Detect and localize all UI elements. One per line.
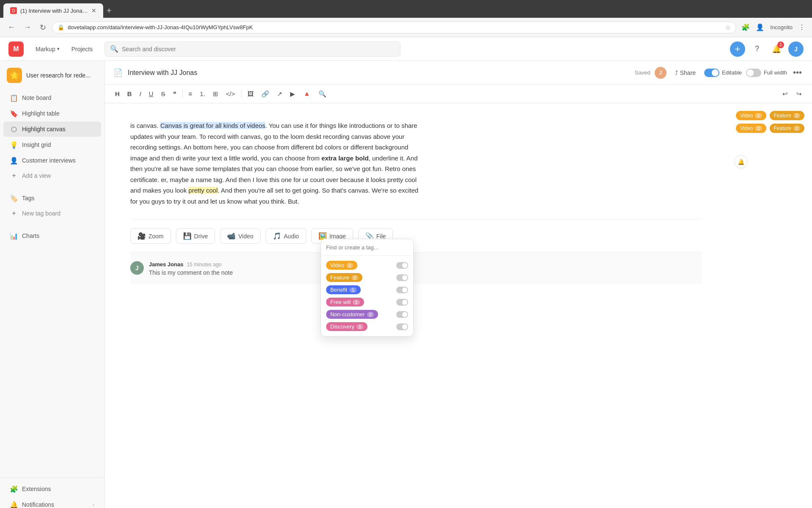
new-tab-btn[interactable]: + [107, 3, 112, 18]
right-panel-pill[interactable]: Feature 2 [770, 111, 804, 120]
sidebar-item-note-board[interactable]: 📋 Note board [3, 90, 101, 105]
bold-btn[interactable]: B [124, 88, 135, 100]
insight-grid-label: Insight grid [22, 141, 94, 148]
highlight-canvas-icon: ⬡ [10, 125, 18, 133]
extensions-icon[interactable]: 🧩 [740, 22, 752, 33]
strikethrough-btn[interactable]: S [158, 88, 169, 100]
user-avatar[interactable]: J [788, 41, 804, 57]
help-btn[interactable]: ? [749, 41, 765, 57]
tab-close-btn[interactable]: ✕ [91, 7, 96, 14]
project-icon: 🌟 [7, 68, 22, 83]
notifications-chevron-icon: › [93, 502, 94, 508]
back-btn[interactable]: ← [5, 21, 18, 33]
comment-text: This is my comment on the note [149, 269, 702, 276]
table-btn[interactable]: ⊞ [209, 88, 222, 100]
sidebar-item-charts[interactable]: 📊 Charts [3, 228, 101, 243]
editor[interactable]: is canvas. Canvas is great for all kinds… [105, 103, 727, 508]
sidebar-item-notifications[interactable]: 🔔 Notifications › [3, 497, 101, 508]
doc-icon: 📄 [113, 68, 123, 77]
search-container: 🔍 [104, 41, 401, 57]
tag-item[interactable]: Video 2 [324, 259, 410, 271]
markup-chevron-icon: ▾ [57, 46, 60, 52]
full-width-toggle[interactable] [746, 69, 761, 77]
italic-btn[interactable]: I [136, 88, 145, 100]
tag-item[interactable]: Benefit 1 [324, 284, 410, 296]
profile-icon[interactable]: 👤 [754, 22, 766, 33]
app-nav: Markup ▾ Projects [30, 43, 98, 55]
editor-text: is canvas. Canvas is great for all kinds… [130, 120, 426, 207]
share-btn[interactable]: ⤴ Share [671, 67, 700, 78]
sidebar-item-extensions[interactable]: 🧩 Extensions [3, 481, 101, 497]
search-input[interactable] [122, 46, 395, 52]
underline-btn[interactable]: U [145, 88, 157, 100]
tag-item[interactable]: Free will 1 [324, 296, 410, 308]
sidebar-item-highlight-table[interactable]: 🔖 Highlight table [3, 106, 101, 121]
search-doc-btn[interactable]: 🔍 [315, 88, 330, 100]
tag-toggle[interactable] [396, 274, 408, 281]
full-width-label: Full width [764, 69, 787, 76]
comment-header: James Jonas 15 minutes ago [149, 261, 702, 268]
add-view-btn[interactable]: + Add a view [3, 168, 101, 183]
tag-item[interactable]: Non-customer 2 [324, 308, 410, 320]
tag-list: Video 2 Feature 2 Benefit 1 Free will 1 … [321, 256, 413, 336]
pill-count: 2 [755, 113, 762, 118]
video-icon: 📹 [227, 232, 236, 240]
video-btn[interactable]: ▶ [287, 88, 299, 100]
right-panel-pill[interactable]: Video 2 [736, 124, 766, 133]
code-btn[interactable]: </> [222, 88, 239, 100]
comment-time: 15 minutes ago [187, 262, 222, 268]
tag-item[interactable]: Discovery 1 [324, 320, 410, 333]
address-bar[interactable]: 🔒 dovetailapp.com/data/Interview-with-JJ… [52, 22, 736, 33]
forward-btn[interactable]: → [21, 21, 34, 33]
media-video-btn[interactable]: 📹 Video [220, 228, 261, 244]
reload-btn[interactable]: ↻ [37, 21, 49, 34]
link-btn[interactable]: 🔗 [258, 88, 273, 100]
sidebar-item-tags[interactable]: 🏷️ Tags [3, 190, 101, 206]
new-tag-board-btn[interactable]: + New tag board [3, 206, 101, 221]
toolbar-right: ↩ ↪ [779, 88, 805, 100]
media-zoom-btn[interactable]: 🎥 Zoom [130, 228, 171, 244]
editable-toggle[interactable] [704, 69, 719, 77]
drive-icon: 💾 [183, 232, 192, 240]
pill-count: 2 [793, 113, 800, 118]
more-options-btn[interactable]: ⋮ [797, 22, 807, 33]
media-audio-btn[interactable]: 🎵 Audio [266, 228, 306, 244]
right-panel-pill[interactable]: Video 2 [736, 111, 766, 120]
external-link-btn[interactable]: ↗ [274, 88, 286, 100]
tag-badge: Non-customer 2 [326, 310, 378, 319]
tag-toggle[interactable] [396, 287, 408, 293]
media-drive-btn[interactable]: 💾 Drive [176, 228, 215, 244]
tag-toggle[interactable] [396, 323, 408, 330]
notification-btn[interactable]: 🔔 1 [769, 41, 784, 57]
sidebar-bottom: 🧩 Extensions 🔔 Notifications › ⚙️ Settin… [0, 477, 104, 508]
sidebar-item-customer-interviews[interactable]: 👤 Customer interviews [3, 153, 101, 168]
bullet-list-btn[interactable]: ≡ [185, 88, 196, 100]
undo-btn[interactable]: ↩ [779, 88, 791, 100]
insight-grid-icon: 💡 [10, 141, 18, 149]
scroll-notification-btn[interactable]: 🔔 [734, 155, 748, 168]
sidebar-item-insight-grid[interactable]: 💡 Insight grid [3, 137, 101, 152]
doc-user-avatar: J [655, 67, 667, 79]
highlight-yellow-text: pretty cool [189, 187, 218, 194]
browser-tab[interactable]: D (1) Interview with JJ Jonas – D ✕ [3, 3, 103, 18]
create-btn[interactable]: + [730, 41, 745, 57]
projects-nav[interactable]: Projects [66, 43, 98, 55]
tag-toggle[interactable] [396, 299, 408, 306]
sidebar-item-highlight-canvas[interactable]: ⬡ Highlight canvas [3, 121, 101, 137]
formatting-toolbar: H B I U S ❝ ≡ 1. ⊞ </> 🖼 🔗 ↗ ▶ 🔺 🔍 ↩ ↪ [105, 85, 812, 103]
ordered-list-btn[interactable]: 1. [196, 88, 208, 100]
tag-toggle[interactable] [396, 311, 408, 318]
image-btn[interactable]: 🖼 [244, 88, 257, 100]
heading-btn[interactable]: H [112, 88, 123, 100]
tag-search-input[interactable] [326, 244, 408, 251]
right-panel-pill[interactable]: Feature 2 [770, 124, 804, 133]
redo-btn[interactable]: ↪ [793, 88, 805, 100]
markup-nav[interactable]: Markup ▾ [30, 43, 65, 55]
tag-toggle[interactable] [396, 262, 408, 269]
highlight-table-label: Highlight table [22, 110, 94, 117]
tag-item[interactable]: Feature 2 [324, 271, 410, 284]
more-btn[interactable]: ••• [791, 66, 804, 79]
shape-btn[interactable]: 🔺 [299, 88, 314, 100]
quote-btn[interactable]: ❝ [170, 88, 180, 100]
content-area: is canvas. Canvas is great for all kinds… [105, 103, 812, 508]
